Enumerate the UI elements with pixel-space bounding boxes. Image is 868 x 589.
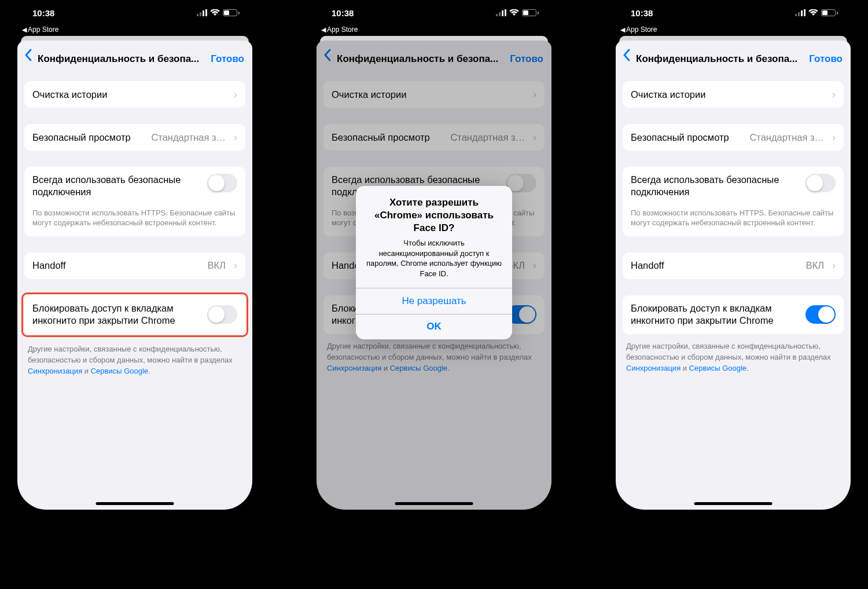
- page-title: Конфиденциальность и безопа...: [636, 53, 806, 65]
- wifi-icon: [509, 9, 519, 16]
- settings-sheet: Конфиденциальность и безопа... Готово Оч…: [317, 41, 551, 510]
- cell-value: ВКЛ: [806, 260, 824, 271]
- breadcrumb-label: App Store: [28, 25, 58, 34]
- svg-rect-4: [496, 14, 498, 16]
- status-indicators: 40: [496, 9, 539, 16]
- home-indicator[interactable]: [96, 502, 174, 505]
- chevron-right-icon: ›: [234, 131, 237, 144]
- status-indicators: 40: [795, 9, 838, 16]
- battery-icon: 40: [223, 9, 240, 16]
- breadcrumb-label: App Store: [626, 25, 657, 34]
- svg-rect-0: [197, 14, 198, 16]
- phone-screen-3: 10:38 40 ◀ App Store Конфиденциальность …: [616, 0, 851, 510]
- svg-rect-11: [804, 9, 806, 16]
- back-button[interactable]: [22, 49, 34, 65]
- status-bar: 10:38 40: [17, 0, 252, 25]
- status-time: 10:38: [631, 8, 653, 18]
- highlight-annotation: Блокировать доступ к вкладкам инкогнито …: [21, 292, 248, 337]
- status-indicators: 40: [197, 9, 240, 16]
- settings-content: Очистка истории › Безопасный просмотр Ст…: [17, 69, 252, 510]
- chevron-right-icon: ›: [832, 89, 836, 101]
- lock-incognito-toggle[interactable]: [806, 305, 836, 324]
- battery-icon: 40: [522, 9, 539, 16]
- safe-browsing-cell[interactable]: Безопасный просмотр Стандартная з… ›: [24, 124, 245, 151]
- svg-rect-9: [798, 12, 800, 16]
- back-button[interactable]: [620, 49, 632, 65]
- cell-label: Безопасный просмотр: [32, 132, 131, 143]
- breadcrumb-caret-icon: ◀: [321, 26, 326, 34]
- breadcrumb-back[interactable]: ◀ App Store: [317, 25, 551, 36]
- cellular-icon: [496, 9, 506, 16]
- svg-rect-5: [499, 12, 501, 16]
- svg-rect-8: [795, 14, 797, 16]
- cellular-icon: [795, 9, 806, 16]
- google-services-link[interactable]: Сервисы Google: [91, 367, 148, 375]
- navbar: Конфиденциальность и безопа... Готово: [616, 41, 851, 69]
- alert-message: Чтобы исключить несанкционированный дост…: [365, 238, 503, 279]
- cell-label: Очистка истории: [631, 89, 705, 100]
- svg-rect-10: [801, 10, 803, 16]
- faceid-permission-alert: Хотите разрешить «Chrome» использовать F…: [356, 186, 512, 339]
- handoff-cell[interactable]: Handoff ВКЛ ›: [24, 253, 245, 279]
- alert-ok-button[interactable]: OK: [356, 314, 512, 339]
- chevron-right-icon: ›: [234, 259, 237, 272]
- svg-rect-6: [502, 10, 503, 16]
- google-services-link[interactable]: Сервисы Google: [689, 364, 746, 372]
- status-time: 10:38: [332, 8, 354, 18]
- chevron-right-icon: ›: [832, 259, 836, 272]
- cell-label: Всегда использовать безопасные подключен…: [32, 174, 200, 199]
- sync-link[interactable]: Синхронизация: [28, 367, 82, 375]
- footer-note: Другие настройки, связанные с конфиденци…: [623, 341, 844, 374]
- lock-incognito-cell: Блокировать доступ к вкладкам инкогнито …: [24, 295, 245, 334]
- cell-value: Стандартная з…: [137, 132, 226, 143]
- cellular-icon: [197, 9, 207, 16]
- sync-link[interactable]: Синхронизация: [626, 364, 681, 372]
- breadcrumb-label: App Store: [327, 25, 358, 34]
- cell-description: По возможности использовать HTTPS. Безоп…: [32, 208, 237, 228]
- lock-incognito-cell: Блокировать доступ к вкладкам инкогнито …: [623, 295, 844, 334]
- cell-label: Всегда использовать безопасные подключен…: [631, 174, 799, 199]
- always-https-cell: Всегда использовать безопасные подключен…: [24, 167, 245, 236]
- cell-label: Безопасный просмотр: [631, 132, 729, 143]
- svg-rect-2: [203, 10, 204, 16]
- settings-sheet: Конфиденциальность и безопа... Готово Оч…: [616, 41, 851, 510]
- svg-rect-3: [205, 9, 207, 16]
- cell-label: Очистка истории: [32, 89, 107, 100]
- cell-label: Блокировать доступ к вкладкам инкогнито …: [631, 302, 800, 327]
- settings-content: Очистка истории › Безопасный просмотр Ст…: [616, 69, 851, 510]
- handoff-cell[interactable]: Handoff ВКЛ ›: [623, 253, 844, 279]
- status-bar: 10:38 40: [317, 0, 551, 25]
- alert-deny-button[interactable]: Не разрешать: [356, 288, 512, 314]
- cell-label: Handoff: [631, 260, 664, 271]
- chevron-left-icon: [623, 49, 630, 61]
- breadcrumb-back[interactable]: ◀ App Store: [17, 25, 252, 36]
- done-button[interactable]: Готово: [211, 53, 244, 65]
- always-https-toggle[interactable]: [207, 174, 237, 192]
- chevron-left-icon: [24, 49, 32, 61]
- home-indicator[interactable]: [694, 502, 773, 505]
- page-title: Конфиденциальность и безопа...: [38, 53, 207, 65]
- clear-history-cell[interactable]: Очистка истории ›: [24, 81, 245, 108]
- clear-history-cell[interactable]: Очистка истории ›: [623, 81, 844, 108]
- phone-screen-2: 10:38 40 ◀ App Store Конфиденциальность …: [317, 0, 551, 510]
- breadcrumb-caret-icon: ◀: [22, 26, 27, 34]
- safe-browsing-cell[interactable]: Безопасный просмотр Стандартная з… ›: [623, 124, 844, 151]
- cell-value: Стандартная з…: [735, 132, 824, 143]
- chevron-right-icon: ›: [234, 89, 237, 101]
- cell-description: По возможности использовать HTTPS. Безоп…: [631, 208, 836, 228]
- chevron-right-icon: ›: [832, 131, 836, 144]
- breadcrumb-back[interactable]: ◀ App Store: [616, 25, 851, 36]
- footer-note: Другие настройки, связанные с конфиденци…: [24, 344, 245, 377]
- status-time: 10:38: [32, 8, 54, 18]
- done-button[interactable]: Готово: [809, 53, 843, 65]
- battery-icon: 40: [821, 9, 838, 16]
- always-https-cell: Всегда использовать безопасные подключен…: [623, 167, 844, 236]
- status-bar: 10:38 40: [616, 0, 851, 25]
- wifi-icon: [210, 9, 220, 16]
- breadcrumb-caret-icon: ◀: [620, 26, 625, 34]
- lock-incognito-toggle[interactable]: [207, 305, 237, 324]
- alert-title: Хотите разрешить «Chrome» использовать F…: [365, 196, 503, 235]
- wifi-icon: [808, 9, 818, 16]
- svg-rect-7: [505, 9, 506, 16]
- always-https-toggle[interactable]: [806, 174, 836, 192]
